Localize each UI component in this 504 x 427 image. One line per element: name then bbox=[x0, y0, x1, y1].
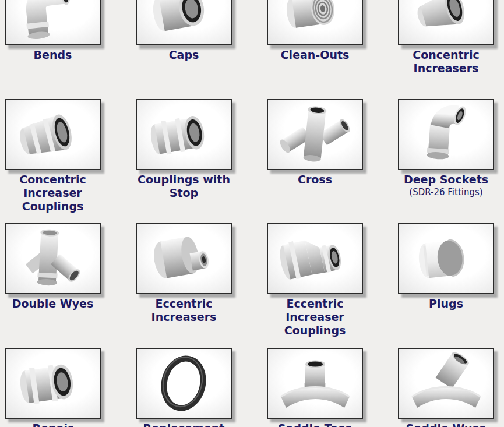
deep-sockets-thumbnail[interactable] bbox=[398, 99, 494, 170]
product-label[interactable]: Caps bbox=[136, 48, 232, 62]
tile-deep-sockets[interactable]: Deep Sockets (SDR-26 Fittings) bbox=[398, 99, 494, 224]
double-wye-fitting-icon bbox=[6, 224, 100, 293]
product-label[interactable]: Saddle Wyes bbox=[398, 422, 494, 427]
product-label[interactable]: Double Wyes bbox=[5, 297, 101, 310]
cleanout-fitting-icon bbox=[268, 0, 362, 44]
cross-thumbnail[interactable] bbox=[267, 99, 363, 170]
saddle-tees-thumbnail[interactable] bbox=[267, 348, 363, 419]
tile-saddle-wyes[interactable]: Saddle Wyes bbox=[398, 348, 494, 427]
tile-plugs[interactable]: Plugs bbox=[398, 223, 494, 348]
product-label[interactable]: Replacement bbox=[136, 422, 232, 427]
eccentric-increaser-couplings-thumbnail[interactable] bbox=[267, 223, 363, 294]
concentric-increaser-coupling-fitting-icon bbox=[6, 100, 100, 169]
tile-concentric-increaser-couplings[interactable]: Concentric Increaser Couplings bbox=[5, 99, 101, 224]
coupling-with-stop-fitting-icon bbox=[137, 100, 231, 169]
tile-eccentric-increaser-couplings[interactable]: Eccentric Increaser Couplings bbox=[267, 223, 363, 348]
deep-socket-fitting-icon bbox=[399, 100, 493, 169]
eccentric-increaser-fitting-icon bbox=[137, 224, 231, 293]
eccentric-increasers-thumbnail[interactable] bbox=[136, 223, 232, 294]
product-label[interactable]: Concentric Increasers bbox=[398, 48, 494, 75]
couplings-with-stop-thumbnail[interactable] bbox=[136, 99, 232, 170]
product-label[interactable]: Eccentric Increaser Couplings bbox=[267, 297, 363, 337]
tile-cross[interactable]: Cross bbox=[267, 99, 363, 224]
product-label[interactable]: Bends bbox=[5, 48, 101, 62]
product-grid: Bends Caps bbox=[0, 0, 504, 427]
saddle-wye-fitting-icon bbox=[399, 349, 493, 418]
cross-fitting-icon bbox=[268, 100, 362, 169]
saddle-wyes-thumbnail[interactable] bbox=[398, 348, 494, 419]
tile-double-wyes[interactable]: Double Wyes bbox=[5, 223, 101, 348]
product-label[interactable]: Plugs bbox=[398, 297, 494, 310]
clean-outs-thumbnail[interactable] bbox=[267, 0, 363, 45]
concentric-increaser-couplings-thumbnail[interactable] bbox=[5, 99, 101, 170]
saddle-tee-fitting-icon bbox=[268, 349, 362, 418]
product-label[interactable]: Saddle Tees bbox=[267, 422, 363, 427]
eccentric-increaser-coupling-fitting-icon bbox=[268, 224, 362, 293]
repair-coupling-fitting-icon bbox=[6, 349, 100, 418]
product-label[interactable]: Deep Sockets bbox=[398, 173, 494, 186]
tile-clean-outs[interactable]: Clean-Outs bbox=[267, 0, 363, 99]
product-label[interactable]: Eccentric Increasers bbox=[136, 297, 232, 324]
plugs-thumbnail[interactable] bbox=[398, 223, 494, 294]
tile-eccentric-increasers[interactable]: Eccentric Increasers bbox=[136, 223, 232, 348]
replacement-gasket-icon bbox=[137, 349, 231, 418]
tile-replacement[interactable]: Replacement bbox=[136, 348, 232, 427]
product-label[interactable]: Concentric Increaser Couplings bbox=[5, 173, 101, 213]
repair-thumbnail[interactable] bbox=[5, 348, 101, 419]
tile-couplings-with-stop[interactable]: Couplings with Stop bbox=[136, 99, 232, 224]
cap-fitting-icon bbox=[137, 0, 231, 44]
tile-concentric-increasers[interactable]: Concentric Increasers bbox=[398, 0, 494, 99]
tile-saddle-tees[interactable]: Saddle Tees bbox=[267, 348, 363, 427]
concentric-increasers-thumbnail[interactable] bbox=[398, 0, 494, 45]
product-label[interactable]: Repair bbox=[5, 422, 101, 427]
tile-caps[interactable]: Caps bbox=[136, 0, 232, 99]
caps-thumbnail[interactable] bbox=[136, 0, 232, 45]
tile-repair[interactable]: Repair bbox=[5, 348, 101, 427]
product-label[interactable]: Clean-Outs bbox=[267, 48, 363, 62]
concentric-increaser-fitting-icon bbox=[399, 0, 493, 44]
product-label[interactable]: Cross bbox=[267, 173, 363, 186]
plug-fitting-icon bbox=[399, 224, 493, 293]
double-wyes-thumbnail[interactable] bbox=[5, 223, 101, 294]
bend-elbow-fitting-icon bbox=[6, 0, 100, 44]
tile-bends[interactable]: Bends bbox=[5, 0, 101, 99]
product-sublabel[interactable]: (SDR-26 Fittings) bbox=[398, 186, 494, 198]
bends-thumbnail[interactable] bbox=[5, 0, 101, 45]
replacement-thumbnail[interactable] bbox=[136, 348, 232, 419]
product-label[interactable]: Couplings with Stop bbox=[136, 173, 232, 200]
